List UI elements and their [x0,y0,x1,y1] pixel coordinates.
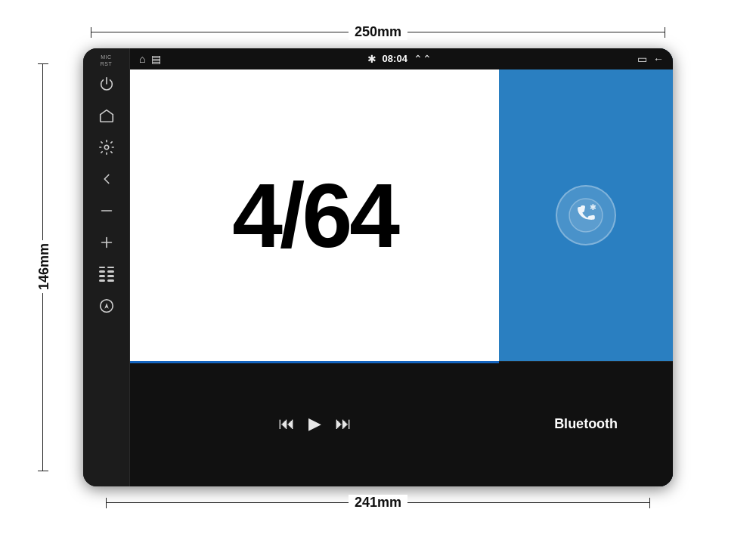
status-left-icons: ⌂ ▤ [139,53,161,65]
bottom-dimension: 241mm [106,495,650,511]
recent-status-icon: ▤ [151,53,161,65]
status-center-icons: ✱ 08:04 ⌃⌃ [367,53,432,65]
vol-down-icon [98,202,115,219]
top-dimension: 250mm [91,24,665,40]
left-dimension: 146mm [36,63,52,471]
car-radio-device: MIC RST [83,48,673,486]
play-button[interactable]: ▶ [308,414,321,434]
track-progress-bar [130,361,499,363]
screen: ⌂ ▤ ✱ 08:04 ⌃⌃ ▭ ← [130,48,673,486]
top-dimension-label: 250mm [349,24,407,40]
mic-label: MIC [101,54,111,60]
bluetooth-section: Bluetooth [499,361,673,486]
svg-text:✱: ✱ [590,203,596,211]
status-right-icons: ▭ ← [637,53,664,65]
vol-up-icon [98,234,115,251]
bottom-bar: ⏮ ▶ ⏭ Bluetooth [130,361,673,486]
back-status-icon: ← [653,53,664,65]
apps-icon [99,267,114,282]
back-button[interactable] [90,165,123,193]
bottom-dimension-label: 241mm [349,495,407,511]
phone-circle: ✱ [556,185,616,245]
power-button[interactable] [90,69,123,98]
media-controls: ⏮ ▶ ⏭ [130,361,499,486]
status-time: 08:04 [383,53,407,64]
home-button[interactable] [90,101,123,130]
next-button[interactable]: ⏭ [335,414,352,434]
nav-button[interactable] [90,292,123,320]
status-bar: ⌂ ▤ ✱ 08:04 ⌃⌃ ▭ ← [130,48,673,69]
vol-up-button[interactable] [90,228,123,257]
left-dimension-label: 146mm [36,240,52,293]
diagram-container: 250mm 241mm 146mm MIC RST [30,18,726,517]
svg-point-6 [569,199,603,232]
vol-down-button[interactable] [90,196,123,225]
home-icon [98,107,115,124]
settings-icon [98,139,115,156]
bluetooth-label: Bluetooth [554,416,618,432]
window-status-icon: ▭ [637,53,647,65]
phone-bluetooth-icon: ✱ [567,196,605,234]
apps-button[interactable] [90,260,123,289]
main-content: 4/64 ✱ [130,69,673,486]
back-icon [98,171,115,187]
svg-point-0 [104,145,109,150]
prev-button[interactable]: ⏮ [278,414,295,434]
bluetooth-status-icon: ✱ [367,53,376,65]
ram-storage-text: 4/64 [232,170,397,261]
rst-label: RST [101,61,113,66]
phone-panel[interactable]: ✱ [499,69,673,361]
page-indicator-dot [399,352,404,357]
settings-button[interactable] [90,133,123,162]
nav-status-icon: ⌃⌃ [414,53,432,65]
nav-icon [98,298,115,314]
power-icon [98,76,115,92]
ram-storage-card: 4/64 [130,69,499,361]
home-status-icon: ⌂ [139,53,145,65]
sidebar: MIC RST [83,48,130,486]
